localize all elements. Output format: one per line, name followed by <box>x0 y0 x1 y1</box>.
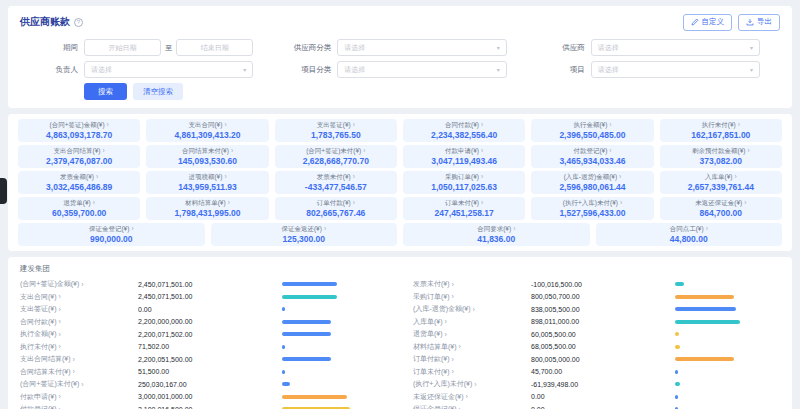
summary-card[interactable]: (入库-退货)金额(¥)›2,596,980,061.44 <box>531 171 653 194</box>
summary-card-value: 2,379,476,087.00 <box>22 156 136 166</box>
summary-card[interactable]: 发票未付(¥)›-433,477,546.57 <box>275 171 397 194</box>
summary-card[interactable]: 发票金额(¥)›3,032,456,486.89 <box>18 171 140 194</box>
chevron-right-icon: › <box>59 318 61 325</box>
metric-label[interactable]: 执行金额(¥)› <box>20 329 138 339</box>
metric-value: 0.00 <box>531 393 545 400</box>
help-icon[interactable]: ? <box>74 18 83 27</box>
metric-label[interactable]: 材料结算单(¥)› <box>413 342 531 352</box>
metric-label[interactable]: 支出合同(¥)› <box>20 292 138 302</box>
summary-card-label: 合同付款(¥)› <box>407 121 521 129</box>
summary-card[interactable]: 执行未付(¥)›162,167,851.00 <box>660 119 782 142</box>
summary-card[interactable]: 保证金登记(¥)›990,000.00 <box>18 223 205 246</box>
metric-label[interactable]: 采购订单(¥)› <box>413 292 531 302</box>
summary-card[interactable]: 合同点工(¥)›44,800.00 <box>596 223 783 246</box>
chevron-right-icon: › <box>466 393 468 400</box>
metric-label[interactable]: 订单未付(¥)› <box>413 367 531 377</box>
summary-card-label: 订单付款(¥)› <box>279 199 393 207</box>
metric-value: 45,700.00 <box>531 368 562 375</box>
metric-label[interactable]: 未返还保证金(¥)› <box>413 392 531 402</box>
chevron-right-icon: › <box>445 331 447 338</box>
metric-bar <box>282 345 285 349</box>
metric-row: 材料结算单(¥)›68,005,500.00 <box>413 341 780 354</box>
metric-label[interactable]: (合同+签证)金额(¥)› <box>20 279 138 289</box>
start-date-input[interactable] <box>84 39 161 56</box>
metric-bar-zone <box>675 332 780 336</box>
summary-card[interactable]: 执行金额(¥)›2,396,550,485.00 <box>531 119 653 142</box>
filter-row-1: 期间 至 供应商分类 请选择 ▾ 供应商 <box>20 39 780 56</box>
metric-label[interactable]: 付款申请(¥)› <box>20 392 138 402</box>
metric-label[interactable]: (执行+入库)未付(¥)› <box>413 379 531 389</box>
metric-bar-zone <box>282 345 387 349</box>
metric-bar <box>282 307 285 311</box>
metric-label[interactable]: 保证金登记(¥)› <box>413 404 531 409</box>
summary-card[interactable]: 合同结算未付(¥)›145,093,530.60 <box>146 145 268 168</box>
clear-search-button[interactable]: 清空搜索 <box>133 83 183 100</box>
metric-label[interactable]: 付款登记(¥)› <box>20 404 138 409</box>
metric-value: 2,450,071,501.00 <box>138 281 193 288</box>
supplier-category-select[interactable]: 请选择 ▾ <box>337 39 506 56</box>
sidebar-collapse-handle[interactable] <box>0 178 7 204</box>
chevron-right-icon: › <box>107 121 109 128</box>
chevron-right-icon: › <box>459 343 461 350</box>
export-button[interactable]: 导出 <box>738 14 780 31</box>
metric-bar <box>282 382 290 386</box>
select-placeholder: 请选择 <box>344 65 365 75</box>
metric-value: 51,500.00 <box>138 368 169 375</box>
supplier-select[interactable]: 请选择 ▾ <box>591 39 760 56</box>
metric-label[interactable]: 入库单(¥)› <box>413 317 531 327</box>
chevron-right-icon: › <box>81 281 83 288</box>
summary-card[interactable]: (合同+签证)未付(¥)›2,628,668,770.70 <box>275 145 397 168</box>
customize-button[interactable]: 自定义 <box>683 14 733 31</box>
filter-label-supplier: 供应商 <box>527 43 585 53</box>
metric-label[interactable]: 合同结算未付(¥)› <box>20 367 138 377</box>
metric-label[interactable]: 订单付款(¥)› <box>413 354 531 364</box>
end-date-input[interactable] <box>176 39 253 56</box>
metric-label[interactable]: 合同付款(¥)› <box>20 317 138 327</box>
metric-label[interactable]: 退货单(¥)› <box>413 329 531 339</box>
summary-card[interactable]: 采购订单(¥)›1,050,117,025.63 <box>403 171 525 194</box>
summary-panel: (合同+签证)金额(¥)›4,863,093,178.70支出合同(¥)›4,8… <box>8 114 792 251</box>
summary-card[interactable]: 入库单(¥)›2,657,339,761.44 <box>660 171 782 194</box>
summary-card[interactable]: (合同+签证)金额(¥)›4,863,093,178.70 <box>18 119 140 142</box>
metric-label[interactable]: 发票未付(¥)› <box>413 279 531 289</box>
metric-column-left: (合同+签证)金额(¥)›2,450,071,501.00支出合同(¥)›2,4… <box>20 278 387 409</box>
chevron-right-icon: › <box>73 368 75 375</box>
project-category-select[interactable]: 请选择 ▾ <box>337 61 506 78</box>
owner-select[interactable]: 请选择 ▾ <box>84 61 253 78</box>
chevron-down-icon: ▾ <box>750 44 753 51</box>
chevron-right-icon: › <box>324 225 326 232</box>
metric-label[interactable]: (入库-退货)金额(¥)› <box>413 304 531 314</box>
metric-row: (合同+签证)未付(¥)›250,030,167.00 <box>20 378 387 391</box>
metric-label[interactable]: 支出合同结算(¥)› <box>20 354 138 364</box>
metric-label[interactable]: 支出签证(¥)› <box>20 304 138 314</box>
metric-label[interactable]: 执行未付(¥)› <box>20 342 138 352</box>
metric-label[interactable]: (合同+签证)未付(¥)› <box>20 379 138 389</box>
summary-row: 发票金额(¥)›3,032,456,486.89进项税额(¥)›143,959,… <box>18 171 782 194</box>
summary-card[interactable]: 支出合同结算(¥)›2,379,476,087.00 <box>18 145 140 168</box>
summary-card-label: 付款登记(¥)› <box>535 147 649 155</box>
search-button[interactable]: 搜索 <box>84 83 127 100</box>
summary-card[interactable]: 剩余预付款金额(¥)›373,082.00 <box>660 145 782 168</box>
chevron-right-icon: › <box>73 356 75 363</box>
summary-card-label: 采购订单(¥)› <box>407 173 521 181</box>
group-name[interactable]: 建发集团 <box>20 264 780 274</box>
metric-bar <box>282 282 337 286</box>
summary-card[interactable]: 未返还保证金(¥)›864,700.00 <box>660 197 782 220</box>
summary-card[interactable]: 合同要求(¥)›41,836.00 <box>403 223 590 246</box>
summary-card-value: 864,700.00 <box>664 208 778 218</box>
summary-card[interactable]: 支出合同(¥)›4,861,309,413.20 <box>146 119 268 142</box>
summary-card[interactable]: 退货单(¥)›60,359,700.00 <box>18 197 140 220</box>
project-select[interactable]: 请选择 ▾ <box>591 61 760 78</box>
summary-card[interactable]: 付款申请(¥)›3,047,119,493.46 <box>403 145 525 168</box>
summary-card[interactable]: 材料结算单(¥)›1,798,431,995.00 <box>146 197 268 220</box>
summary-card[interactable]: 订单付款(¥)›802,665,767.46 <box>275 197 397 220</box>
summary-card[interactable]: 支出签证(¥)›1,783,765.50 <box>275 119 397 142</box>
summary-card[interactable]: 保证金返还(¥)›125,300.00 <box>211 223 398 246</box>
summary-card[interactable]: 付款登记(¥)›3,465,934,033.46 <box>531 145 653 168</box>
summary-card-value: -433,477,546.57 <box>279 182 393 192</box>
summary-card[interactable]: (执行+入库)未付(¥)›1,527,596,433.00 <box>531 197 653 220</box>
summary-card[interactable]: 进项税额(¥)›143,959,511.93 <box>146 171 268 194</box>
summary-card[interactable]: 订单未付(¥)›247,451,258.17 <box>403 197 525 220</box>
metric-row: 合同结算未付(¥)›51,500.00 <box>20 366 387 379</box>
summary-card[interactable]: 合同付款(¥)›2,234,382,556.40 <box>403 119 525 142</box>
